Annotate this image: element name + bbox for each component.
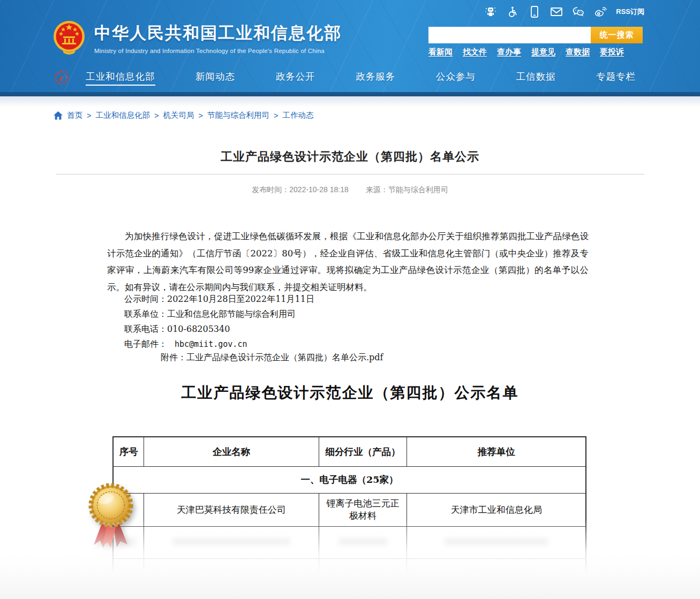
wechat-icon[interactable]: [572, 5, 585, 18]
site-subtitle: Ministry of Industry and Information Tec…: [94, 48, 342, 54]
table-row: 1 天津巴莫科技有限责任公司 锂离子电池三元正极材料 天津市工业和信息化局: [113, 493, 586, 526]
col-header-no: 序号: [113, 437, 144, 466]
article-meta: 发布时间：2022-10-28 18:18 来源：节能与综合利用司: [0, 185, 700, 195]
blurred-text-placeholder: [125, 571, 132, 578]
breadcrumb-separator: >: [198, 111, 202, 120]
mail-icon[interactable]: [550, 5, 563, 18]
search-box: 统一搜索: [428, 27, 643, 43]
article-title: 工业产品绿色设计示范企业（第四批）名单公示: [0, 149, 700, 165]
nav-item-data[interactable]: 工信数据: [516, 70, 555, 86]
contact-phone: 联系电话：010-68205340: [124, 322, 314, 337]
contact-email-line: 电子邮件：hbc@miit.gov.cn: [124, 337, 314, 352]
nav-item-gov-service[interactable]: 政务服务: [356, 70, 395, 86]
unified-search-button[interactable]: 统一搜索: [591, 27, 643, 43]
blurred-text-placeholder: [338, 539, 387, 546]
table-row-blurred: [113, 526, 586, 558]
doc-list-title: 工业产品绿色设计示范企业（第四批）公示名单: [0, 383, 700, 403]
svg-text:e: e: [59, 73, 63, 83]
contact-unit: 联系单位：工业和信息化部节能与综合利用司: [124, 307, 314, 322]
breadcrumb-energy-dept[interactable]: 节能与综合利用司: [207, 110, 269, 120]
nav-item-participation[interactable]: 公众参与: [436, 70, 476, 86]
search-input[interactable]: [428, 27, 591, 43]
table-row-blurred: [113, 558, 586, 590]
quick-link-feedback[interactable]: 提意见: [531, 47, 555, 57]
quick-link-data[interactable]: 查数据: [566, 47, 590, 57]
breadcrumb-bureaus[interactable]: 机关司局: [163, 110, 194, 120]
cell-recommender: 天津市工业和信息化局: [407, 493, 586, 526]
section-label: 一、电子电器（25家）: [113, 466, 586, 493]
nav-item-news[interactable]: 新闻动态: [195, 70, 235, 86]
email-label: 电子邮件：: [124, 339, 167, 349]
breadcrumb-home[interactable]: 首页: [67, 110, 82, 120]
brand-logo-link[interactable]: 中华人民共和国工业和信息化部 Ministry of Industry and …: [52, 20, 342, 56]
nav-item-special[interactable]: 专题专栏: [596, 70, 636, 86]
site-header: RSS订阅 中华人民共和国工: [0, 0, 700, 96]
quick-link-news[interactable]: 看新闻: [428, 47, 453, 57]
breadcrumb-separator: >: [87, 111, 91, 120]
blurred-text-placeholder: [462, 571, 531, 578]
cell-company: 天津巴莫科技有限责任公司: [144, 493, 319, 526]
nav-items: 工业和信息化部 新闻动态 政务公开 政务服务 公众参与 工信数据 专题专栏: [86, 70, 646, 86]
weibo-icon[interactable]: [594, 5, 607, 18]
title-divider: [56, 174, 644, 175]
quick-links-row: 看新闻 找文件 查办事 提意见 查数据 要投诉: [428, 47, 624, 57]
blurred-text-placeholder: [181, 571, 282, 578]
national-emblem-icon: [52, 20, 86, 56]
breadcrumb-separator: >: [154, 111, 159, 120]
attachment-pdf-link[interactable]: 工业产品绿色设计示范企业（第四批）名单公示.pdf: [186, 352, 383, 362]
attachment-label: 附件：: [161, 352, 186, 362]
blurred-text-placeholder: [347, 571, 379, 578]
nav-item-gov-open[interactable]: 政务公开: [276, 70, 315, 86]
robot-mascot-icon[interactable]: [484, 5, 497, 18]
blurred-text-placeholder: [172, 539, 290, 546]
site-title: 中华人民共和国工业和信息化部: [94, 22, 342, 44]
brand-text: 中华人民共和国工业和信息化部 Ministry of Industry and …: [94, 22, 342, 54]
breadcrumb-miit[interactable]: 工业和信息化部: [95, 110, 150, 120]
enterprise-table: 序号 企业名称 细分行业（产品） 推荐单位 一、电子电器（25家） 1 天津巴莫…: [112, 436, 586, 591]
cell-industry: 锂离子电池三元正极材料: [319, 493, 407, 526]
topbar-icon-row: RSS订阅: [484, 4, 644, 19]
article-info-lines: 公示时间：2022年10月28日至2022年11月11日 联系单位：工业和信息化…: [124, 292, 314, 352]
article-paragraph: 为加快推行绿色设计，促进工业绿色低碳循环发展，根据《工业和信息化部办公厅关于组织…: [107, 228, 589, 295]
accessibility-icon[interactable]: [506, 5, 519, 18]
public-notice-period: 公示时间：2022年10月28日至2022年11月11日: [124, 292, 314, 307]
email-value: hbc@miit.gov.cn: [175, 339, 247, 349]
col-header-recommender: 推荐单位: [407, 437, 586, 466]
col-header-company: 企业名称: [144, 437, 319, 466]
rss-subscribe-link[interactable]: RSS订阅: [616, 7, 644, 17]
blurred-text-placeholder: [445, 539, 547, 546]
breadcrumb-separator: >: [274, 111, 278, 120]
breadcrumb-work-updates[interactable]: 工作动态: [282, 110, 313, 120]
table-header-row: 序号 企业名称 细分行业（产品） 推荐单位: [113, 437, 586, 466]
table-section-row: 一、电子电器（25家）: [113, 466, 586, 493]
col-header-industry: 细分行业（产品）: [319, 437, 407, 466]
quick-link-services[interactable]: 查办事: [497, 47, 521, 57]
home-icon[interactable]: [54, 111, 63, 120]
attachment-line: 附件：工业产品绿色设计示范企业（第四批）名单公示.pdf: [161, 352, 383, 363]
main-nav: e 工业和信息化部 新闻动态 政务公开 政务服务 公众参与 工信数据 专题专栏: [54, 69, 646, 87]
mobile-icon[interactable]: [528, 5, 541, 18]
quick-link-files[interactable]: 找文件: [463, 47, 487, 57]
gold-medal-icon: [86, 479, 136, 550]
breadcrumb: 首页 > 工业和信息化部 > 机关司局 > 节能与综合利用司 > 工作动态: [54, 110, 313, 120]
nav-item-miit[interactable]: 工业和信息化部: [86, 70, 155, 86]
publish-time: 发布时间：2022-10-28 18:18: [252, 185, 349, 194]
page-content: 首页 > 工业和信息化部 > 机关司局 > 节能与综合利用司 > 工作动态 工业…: [0, 101, 700, 599]
miit-e-logo-icon: e: [54, 70, 70, 86]
article-source: 来源：节能与综合利用司: [366, 185, 448, 194]
quick-link-complaint[interactable]: 要投诉: [600, 47, 624, 57]
page: RSS订阅 中华人民共和国工: [0, 0, 700, 599]
